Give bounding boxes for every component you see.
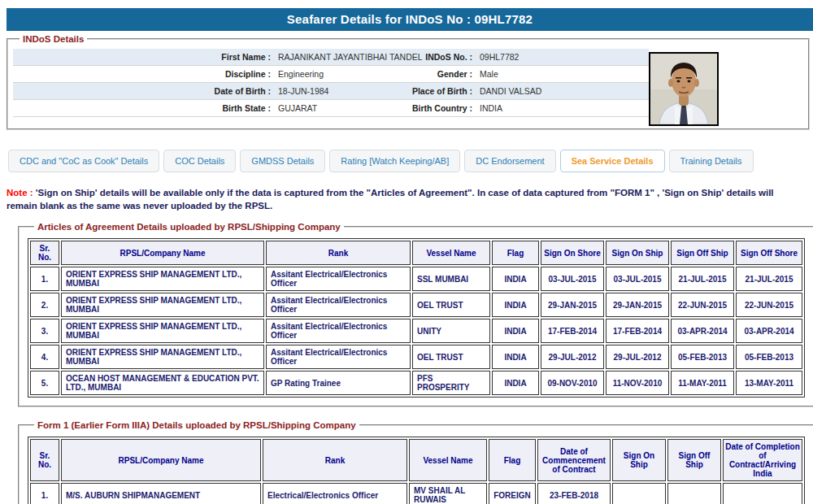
tab-bar: CDC and "CoC as Cook" Details COC Detail…: [8, 150, 813, 172]
tab-coc-details[interactable]: COC Details: [163, 150, 236, 172]
column-header: Date of Completion of Contract/Arriving …: [723, 439, 802, 481]
table-cell: 03-APR-2014: [671, 319, 734, 343]
table-cell: 03-APR-2014: [736, 319, 802, 343]
table-cell: ORIENT EXPRESS SHIP MANAGEMENT LTD., MUM…: [61, 319, 264, 343]
page-title: Seafarer Details for INDoS No : 09HL7782: [7, 8, 813, 31]
column-header: Sr. No.: [30, 241, 59, 265]
table-cell: ORIENT EXPRESS SHIP MANAGEMENT LTD., MUM…: [61, 345, 264, 369]
table-row: 2.ORIENT EXPRESS SHIP MANAGEMENT LTD., M…: [30, 293, 802, 317]
table-cell: 03-JUL-2015: [606, 267, 669, 291]
form1-details-section: Form 1 (Earlier Form IIIA) Details uploa…: [18, 420, 813, 504]
table-cell: SSL MUMBAI: [412, 267, 490, 291]
column-header: Vessel Name: [409, 439, 487, 481]
first-name-label: First Name :: [13, 52, 276, 62]
indos-no-label: INDoS No. :: [390, 52, 478, 62]
place-of-birth-value: DANDI VALSAD: [478, 86, 649, 96]
table-cell: MV SHAIL AL RUWAIS: [409, 483, 487, 504]
articles-of-agreement-table: Sr. No.RPSL/Company NameRankVessel NameF…: [28, 238, 805, 398]
note-text: 'Sign on Ship' details will be available…: [7, 188, 774, 211]
table-cell: INDIA: [492, 319, 539, 343]
table-cell: 05-FEB-2013: [671, 345, 734, 369]
column-header: Sign Off Shore: [736, 241, 802, 265]
column-header: RPSL/Company Name: [61, 241, 264, 265]
table-cell: INDIA: [492, 267, 539, 291]
table-cell: INDIA: [492, 293, 539, 317]
gender-value: Male: [478, 69, 649, 79]
column-header: Sign Off Ship: [671, 241, 734, 265]
table-cell: 5.: [30, 371, 59, 395]
table-cell: 13-MAY-2011: [736, 371, 802, 395]
table-cell: 29-JAN-2015: [606, 293, 669, 317]
tab-gmdss-details[interactable]: GMDSS Details: [240, 150, 325, 172]
tab-cdc-coc-as-cook-details[interactable]: CDC and "CoC as Cook" Details: [8, 150, 159, 172]
tab-training-details[interactable]: Training Details: [669, 150, 754, 172]
table-cell: Assitant Electrical/Electronics Officer: [266, 293, 411, 317]
place-of-birth-label: Place of Birth :: [390, 86, 478, 96]
table-cell: FOREIGN: [489, 483, 536, 504]
table-row: 4.ORIENT EXPRESS SHIP MANAGEMENT LTD., M…: [30, 345, 802, 369]
table-cell: 23-FEB-2018: [537, 483, 611, 504]
table-cell: 17-FEB-2014: [606, 319, 669, 343]
column-header: Sr. No.: [30, 439, 59, 481]
table-cell: M/S. AUBURN SHIPMANAGEMENT: [61, 483, 261, 504]
gender-label: Gender :: [390, 69, 478, 79]
table-cell: 4.: [30, 345, 59, 369]
birth-state-label: Birth State :: [13, 103, 276, 113]
detail-row: First Name : RAJANIKANT JAYANTIBHAI TAND…: [13, 49, 649, 66]
table-cell: 17-FEB-2014: [541, 319, 604, 343]
table-cell: OEL TRUST: [412, 293, 490, 317]
table-cell: 1.: [30, 267, 59, 291]
detail-row: Birth State : GUJARAT Birth Country : IN…: [13, 100, 649, 117]
table-cell: 3.: [30, 319, 59, 343]
table-cell: [667, 483, 721, 504]
table-cell: [612, 483, 666, 504]
table-cell: [723, 483, 802, 504]
table-cell: 1.: [30, 483, 59, 504]
detail-row: Discipline : Engineering Gender : Male: [13, 66, 649, 83]
indos-no-value: 09HL7782: [478, 52, 649, 62]
articles-of-agreement-section: Articles of Agreement Details uploaded b…: [18, 222, 813, 407]
form1-details-legend: Form 1 (Earlier Form IIIA) Details uploa…: [34, 420, 359, 430]
table-header-row: Sr. No.RPSL/Company NameRankVessel NameF…: [30, 439, 802, 481]
indos-details-legend: INDoS Details: [20, 34, 87, 44]
column-header: Sign Off Ship: [667, 439, 721, 481]
column-header: Sign On Shore: [541, 241, 604, 265]
column-header: Date of Commencement of Contract: [537, 439, 611, 481]
table-cell: PFS PROSPERITY: [412, 371, 490, 395]
table-cell: OEL TRUST: [412, 345, 490, 369]
birth-country-label: Birth Country :: [390, 103, 478, 113]
table-cell: 11-NOV-2010: [606, 371, 669, 395]
table-cell: 22-JUN-2015: [736, 293, 802, 317]
table-cell: ORIENT EXPRESS SHIP MANAGEMENT LTD., MUM…: [61, 293, 264, 317]
table-cell: 22-JUN-2015: [671, 293, 734, 317]
table-cell: 2.: [30, 293, 59, 317]
table-cell: 21-JUL-2015: [736, 267, 802, 291]
birth-country-value: INDIA: [478, 103, 649, 113]
table-row: 1.ORIENT EXPRESS SHIP MANAGEMENT LTD., M…: [30, 267, 802, 291]
table-cell: 21-JUL-2015: [671, 267, 734, 291]
date-of-birth-label: Date of Birth :: [13, 86, 276, 96]
seafarer-photo-image: [650, 54, 717, 124]
tab-rating-watch-keeping-ab[interactable]: Rating [Watch Keeping/AB]: [329, 150, 460, 172]
table-cell: 29-JUL-2012: [541, 345, 604, 369]
birth-state-value: GUJARAT: [276, 103, 390, 113]
date-of-birth-value: 18-JUN-1984: [276, 86, 390, 96]
table-cell: GP Rating Trainee: [266, 371, 411, 395]
articles-of-agreement-legend: Articles of Agreement Details uploaded b…: [34, 222, 344, 232]
table-cell: Assitant Electrical/Electronics Officer: [266, 267, 411, 291]
indos-details-section: INDoS Details First Name : RAJANIKANT JA…: [7, 34, 810, 130]
column-header: Flag: [489, 439, 536, 481]
table-row: 1.M/S. AUBURN SHIPMANAGEMENTElectrical/E…: [30, 483, 802, 504]
tab-dc-endorsement[interactable]: DC Endorsement: [464, 150, 555, 172]
column-header: Sign On Ship: [612, 439, 666, 481]
table-cell: 29-JUL-2012: [606, 345, 669, 369]
table-row: 3.ORIENT EXPRESS SHIP MANAGEMENT LTD., M…: [30, 319, 802, 343]
table-cell: ORIENT EXPRESS SHIP MANAGEMENT LTD., MUM…: [61, 267, 264, 291]
note-label: Note :: [7, 188, 33, 198]
first-name-value: RAJANIKANT JAYANTIBHAI TANDEL: [276, 52, 390, 62]
sign-on-ship-note: Note : 'Sign on Ship' details will be av…: [7, 186, 805, 212]
table-cell: 09-NOV-2010: [541, 371, 604, 395]
table-cell: INDIA: [492, 345, 539, 369]
discipline-value: Engineering: [276, 69, 390, 79]
tab-sea-service-details[interactable]: Sea Service Details: [560, 150, 665, 172]
